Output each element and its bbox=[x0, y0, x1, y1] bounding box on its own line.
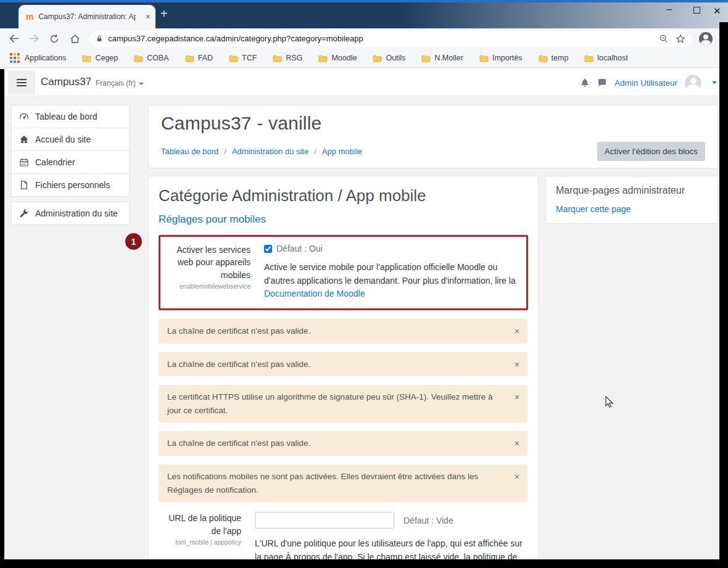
hamburger-menu-button[interactable] bbox=[8, 71, 35, 94]
bookmark-folder[interactable]: TCF bbox=[229, 54, 257, 62]
window-maximize-button[interactable] bbox=[693, 7, 700, 14]
user-menu-chevron-icon[interactable] bbox=[712, 81, 717, 84]
zoom-out-icon[interactable] bbox=[659, 34, 668, 43]
window-frame-accent bbox=[0, 0, 728, 2]
bookmark-label: N.Moller bbox=[434, 54, 463, 62]
bookmark-folder[interactable]: Cegep bbox=[82, 54, 118, 62]
bookmark-label: COBA bbox=[147, 54, 168, 62]
screenshot-root: m Campus37: Administration: App m × + – … bbox=[0, 0, 728, 568]
new-tab-button[interactable]: + bbox=[160, 7, 168, 20]
setting-description-text: Active le service mobile pour l'applicat… bbox=[264, 262, 516, 286]
bookmark-folder[interactable]: temp bbox=[539, 54, 569, 62]
nav-drawer: Tableau de bord Accueil du site Calendri… bbox=[4, 96, 142, 564]
breadcrumb-site-admin[interactable]: Administration du site bbox=[232, 147, 308, 156]
setting-default-value: Défaut : Oui bbox=[276, 244, 323, 253]
bookmark-label: localhost bbox=[597, 54, 627, 62]
sidebar-item-calendar[interactable]: Calendrier bbox=[11, 150, 130, 174]
bookmark-folder[interactable]: COBA bbox=[134, 54, 168, 62]
close-icon[interactable]: × bbox=[515, 390, 519, 404]
bookmark-this-page-link[interactable]: Marquer cette page bbox=[556, 204, 631, 214]
sidebar-item-site-home[interactable]: Accueil du site bbox=[11, 128, 130, 151]
bookmark-folder[interactable]: Importés bbox=[479, 54, 523, 62]
apps-grid-icon[interactable] bbox=[10, 53, 20, 63]
sidebar-item-label: Tableau de bord bbox=[35, 112, 97, 121]
language-menu[interactable]: Français (fr) bbox=[96, 79, 144, 88]
calendar-icon bbox=[19, 157, 29, 167]
dashboard-gauge-icon bbox=[19, 112, 29, 121]
moodle-documentation-link[interactable]: Documentation de Moodle bbox=[264, 289, 365, 298]
bookmark-folder[interactable]: Outils bbox=[373, 54, 405, 62]
bookmark-label: TCF bbox=[242, 54, 257, 62]
browser-tab[interactable]: m Campus37: Administration: App m × bbox=[19, 5, 155, 28]
browser-toolbar: campus37.cegepadistance.ca/admin/categor… bbox=[0, 28, 728, 49]
mobile-settings-section-link[interactable]: Réglages pour mobiles bbox=[159, 213, 266, 226]
tab-title: Campus37: Administration: App m bbox=[38, 12, 136, 21]
page-header-card: Campus37 - vanille Tableau de bord / Adm… bbox=[148, 105, 718, 168]
notifications-bell-icon[interactable] bbox=[580, 78, 590, 88]
setting-id: tool_mobile | apppolicy bbox=[159, 538, 241, 546]
file-icon bbox=[19, 180, 29, 190]
bookmark-folder[interactable]: N.Moller bbox=[421, 54, 463, 62]
setting-description: Active le service mobile pour l'applicat… bbox=[264, 261, 519, 301]
sidebar-item-dashboard[interactable]: Tableau de bord bbox=[11, 105, 130, 128]
edit-blocks-button[interactable]: Activer l'édition des blocs bbox=[597, 142, 705, 161]
bookmark-star-icon[interactable] bbox=[676, 34, 685, 44]
breadcrumb-dashboard[interactable]: Tableau de bord bbox=[161, 147, 218, 156]
category-heading: Catégorie Administration / App mobile bbox=[159, 186, 528, 205]
bookmark-label: Moodle bbox=[331, 54, 357, 62]
alert-text: La chaîne de certificat n'est pas valide… bbox=[167, 360, 310, 369]
warning-alert: Le certificat HTTPS utilise un algorithm… bbox=[159, 385, 527, 422]
app-policy-input[interactable] bbox=[255, 512, 394, 529]
sidebar-item-site-administration[interactable]: Administration du site bbox=[11, 202, 130, 225]
close-icon[interactable]: × bbox=[515, 358, 519, 371]
tab-strip: m Campus37: Administration: App m × + – … bbox=[0, 0, 728, 28]
highlighted-setting-row: Activer les services web pour appareils … bbox=[159, 235, 528, 310]
back-icon[interactable] bbox=[8, 33, 20, 45]
bookmark-folder[interactable]: RSG bbox=[273, 54, 302, 62]
breadcrumb-separator: / bbox=[314, 147, 316, 156]
settings-card: Catégorie Administration / App mobile Ré… bbox=[148, 176, 539, 564]
browser-profile-avatar[interactable] bbox=[699, 32, 713, 46]
address-bar[interactable]: campus37.cegepadistance.ca/admin/categor… bbox=[89, 31, 692, 47]
bookmark-folder[interactable]: FAD bbox=[185, 54, 213, 62]
block-title: Marque-pages administrateur bbox=[556, 185, 708, 196]
user-avatar[interactable] bbox=[685, 75, 701, 91]
app-policy-setting-row: URL de la politique de l'app tool_mobile… bbox=[159, 512, 528, 564]
close-icon[interactable]: × bbox=[515, 324, 519, 338]
bookmarks-bar: Applications Cegep COBA FAD TCF RSG Mood… bbox=[0, 49, 728, 68]
breadcrumb-separator: / bbox=[224, 147, 226, 156]
close-icon[interactable]: × bbox=[515, 437, 519, 450]
window-minimize-button[interactable]: – bbox=[663, 4, 676, 15]
apps-label[interactable]: Applications bbox=[25, 54, 66, 62]
messages-icon[interactable] bbox=[597, 78, 607, 88]
alert-text: Le certificat HTTPS utilise un algorithm… bbox=[167, 392, 492, 415]
tab-close-icon[interactable]: × bbox=[146, 12, 151, 21]
enable-mobile-webservice-checkbox[interactable] bbox=[264, 245, 272, 253]
close-icon[interactable]: × bbox=[515, 470, 519, 484]
sidebar-item-private-files[interactable]: Fichiers personnels bbox=[11, 173, 130, 197]
user-menu-link[interactable]: Admin Utilisateur bbox=[614, 78, 677, 88]
home-icon[interactable] bbox=[68, 33, 81, 45]
setting-label: Activer les services web pour appareils … bbox=[168, 244, 250, 281]
bookmark-label: temp bbox=[552, 54, 569, 62]
window-edge bbox=[719, 22, 728, 568]
window-close-button[interactable]: ✕ bbox=[713, 6, 721, 17]
language-label: Français (fr) bbox=[96, 79, 136, 88]
breadcrumb-mobile-app[interactable]: App mobile bbox=[322, 147, 362, 156]
url-text: campus37.cegepadistance.ca/admin/categor… bbox=[108, 34, 651, 43]
site-brand[interactable]: Campus37 bbox=[41, 76, 91, 88]
bookmark-label: FAD bbox=[198, 54, 213, 62]
browser-window: m Campus37: Administration: App m × + – … bbox=[0, 0, 728, 564]
bookmark-label: Outils bbox=[386, 54, 405, 62]
bookmark-folder[interactable]: localhost bbox=[584, 54, 627, 62]
chevron-down-icon bbox=[139, 83, 144, 85]
reload-icon[interactable] bbox=[49, 33, 61, 45]
page-title: Campus37 - vanille bbox=[161, 113, 705, 134]
warning-alert: La chaîne de certificat n'est pas valide… bbox=[159, 431, 527, 456]
lock-icon bbox=[96, 35, 103, 43]
sidebar-item-label: Calendrier bbox=[35, 157, 75, 167]
setting-default-value: Défaut : Vide bbox=[403, 516, 453, 525]
window-edge bbox=[0, 69, 4, 568]
warning-alert: La chaîne de certificat n'est pas valide… bbox=[159, 319, 527, 344]
bookmark-folder[interactable]: Moodle bbox=[318, 54, 357, 62]
